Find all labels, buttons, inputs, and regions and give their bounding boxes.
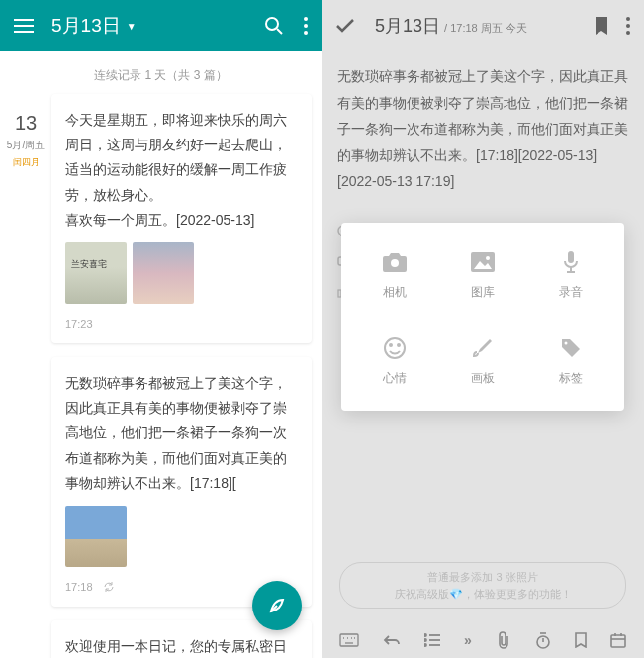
svg-rect-21 [568, 251, 574, 263]
menu-icon[interactable] [14, 19, 36, 33]
sheet-label: 相机 [351, 284, 439, 301]
camera-icon [351, 250, 439, 274]
svg-point-5 [304, 17, 308, 21]
undo-icon[interactable] [383, 634, 401, 646]
day-number: 13 [0, 112, 51, 135]
tag-icon [526, 336, 614, 360]
smile-icon [351, 336, 439, 360]
timer-icon[interactable] [535, 631, 551, 649]
image-icon [439, 250, 527, 274]
entry-images [65, 506, 298, 567]
entry-thumbnail[interactable] [65, 242, 127, 304]
sheet-label: 录音 [526, 284, 614, 301]
upgrade-banner[interactable]: 普通最多添加 3 张照片 庆祝高级版💎，体验更更多的功能！ [339, 562, 626, 609]
entry-text: 今天是星期五，即将迎来快乐的周六周日，这周与朋友约好一起去爬山，适当的运动能很好… [65, 108, 298, 233]
entry-text: 无数琐碎事务都被冠上了美这个字，因此真正具有美的事物便被剥夺了崇高地位，他们把一… [65, 371, 298, 496]
svg-point-3 [266, 18, 278, 30]
entry-card[interactable]: 今天是星期五，即将迎来快乐的周六周日，这周与朋友约好一起去爬山，适当的运动能很好… [51, 94, 312, 343]
sheet-tag[interactable]: 标签 [526, 336, 614, 387]
calendar-icon[interactable] [610, 632, 626, 648]
svg-point-39 [424, 644, 426, 646]
svg-line-4 [277, 29, 282, 34]
banner-line1: 普通最多添加 3 张照片 [354, 569, 611, 586]
entry-thumbnail[interactable] [133, 242, 194, 304]
lunar-tag: 闰四月 [0, 156, 51, 169]
dropdown-icon: ▼ [127, 21, 137, 32]
editor-toolbar: » [322, 622, 644, 658]
feather-icon [267, 596, 287, 615]
bookmark-tool-icon[interactable] [575, 632, 587, 648]
list-screen: 5月13日▼ 连续记录 1 天（共 3 篇） 13 5月/周五 闰四月 今天是星… [0, 0, 322, 658]
entry-time: 17:23 [65, 318, 298, 329]
banner-line2: 庆祝高级版💎，体验更更多的功能！ [354, 586, 611, 603]
svg-rect-28 [340, 634, 358, 646]
sync-icon [103, 581, 115, 593]
svg-rect-43 [611, 635, 625, 647]
sheet-gallery[interactable]: 图库 [439, 250, 527, 301]
sheet-label: 画板 [439, 370, 527, 387]
entry-thumbnail[interactable] [65, 506, 127, 567]
svg-point-37 [424, 634, 426, 636]
attachment-sheet: 相机 图库 录音 心情 画板 标签 [341, 223, 624, 411]
left-header: 5月13日▼ [0, 0, 322, 51]
list-icon[interactable] [424, 633, 440, 647]
editor-screen: 5月13日 / 17:18 周五 今天 无数琐碎事务都被冠上了美这个字，因此真正… [322, 0, 644, 658]
sheet-camera[interactable]: 相机 [351, 250, 439, 301]
mic-icon [526, 250, 614, 274]
sheet-label: 图库 [439, 284, 527, 301]
sheet-record[interactable]: 录音 [526, 250, 614, 301]
more-icon[interactable] [304, 17, 308, 35]
date-sidebar: 13 5月/周五 闰四月 [0, 94, 51, 658]
svg-point-25 [390, 344, 392, 346]
sheet-canvas[interactable]: 画板 [439, 336, 527, 387]
entry-images [65, 242, 298, 304]
compose-fab[interactable] [252, 581, 302, 630]
entry-card[interactable]: 无数琐碎事务都被冠上了美这个字，因此真正具有美的事物便被剥夺了崇高地位，他们把一… [51, 357, 312, 607]
sheet-label: 心情 [351, 370, 439, 387]
svg-point-24 [385, 338, 405, 358]
svg-point-7 [304, 31, 308, 35]
stats-text: 连续记录 1 天（共 3 篇） [0, 51, 322, 94]
keyboard-icon[interactable] [339, 633, 359, 647]
brush-icon [439, 336, 527, 360]
entry-text: 欢迎使用一本日记，您的专属私密日 [65, 634, 298, 658]
svg-point-17 [391, 259, 399, 267]
sheet-label: 标签 [526, 370, 614, 387]
svg-point-38 [424, 639, 426, 641]
svg-point-6 [304, 24, 308, 28]
search-icon[interactable] [264, 16, 284, 36]
sheet-mood[interactable]: 心情 [351, 336, 439, 387]
svg-point-26 [398, 344, 400, 346]
svg-point-27 [564, 342, 567, 345]
attach-icon[interactable] [496, 631, 511, 649]
day-week: 5月/周五 [0, 139, 51, 152]
expand-icon[interactable]: » [464, 632, 472, 648]
header-date[interactable]: 5月13日▼ [51, 13, 264, 39]
svg-point-20 [486, 256, 490, 260]
